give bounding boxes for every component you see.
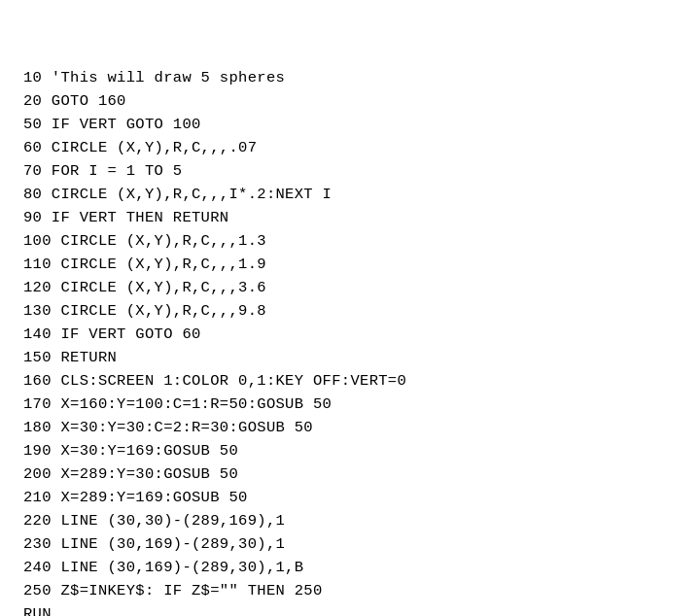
code-line: 150 RETURN xyxy=(23,346,677,369)
code-line: 170 X=160:Y=100:C=1:R=50:GOSUB 50 xyxy=(23,393,677,416)
code-line: 160 CLS:SCREEN 1:COLOR 0,1:KEY OFF:VERT=… xyxy=(23,369,677,393)
code-line: 210 X=289:Y=169:GOSUB 50 xyxy=(23,486,677,509)
code-line: 140 IF VERT GOTO 60 xyxy=(23,323,677,346)
code-line: 130 CIRCLE (X,Y),R,C,,,9.8 xyxy=(23,299,677,323)
code-listing: 10 'This will draw 5 spheres20 GOTO 1605… xyxy=(23,19,677,616)
code-line: 220 LINE (30,30)-(289,169),1 xyxy=(23,509,677,532)
code-line: 100 CIRCLE (X,Y),R,C,,,1.3 xyxy=(23,229,677,253)
code-line: 60 CIRCLE (X,Y),R,C,,,.07 xyxy=(23,136,677,159)
code-screen: 10 'This will draw 5 spheres20 GOTO 1605… xyxy=(0,0,700,616)
code-line: 10 'This will draw 5 spheres xyxy=(23,66,677,89)
code-line: 250 Z$=INKEY$: IF Z$="" THEN 250 xyxy=(23,579,677,602)
code-line: 80 CIRCLE (X,Y),R,C,,,I*.2:NEXT I xyxy=(23,183,677,206)
code-line: 70 FOR I = 1 TO 5 xyxy=(23,159,677,183)
code-line: 230 LINE (30,169)-(289,30),1 xyxy=(23,532,677,556)
code-line: 120 CIRCLE (X,Y),R,C,,,3.6 xyxy=(23,276,677,299)
code-line: 200 X=289:Y=30:GOSUB 50 xyxy=(23,462,677,486)
code-line: 240 LINE (30,169)-(289,30),1,B xyxy=(23,556,677,579)
code-line: 180 X=30:Y=30:C=2:R=30:GOSUB 50 xyxy=(23,416,677,439)
code-line: 190 X=30:Y=169:GOSUB 50 xyxy=(23,439,677,462)
code-line: 90 IF VERT THEN RETURN xyxy=(23,206,677,229)
code-line: RUN xyxy=(23,602,677,616)
code-line: 20 GOTO 160 xyxy=(23,89,677,113)
code-line: 50 IF VERT GOTO 100 xyxy=(23,113,677,136)
code-line: 110 CIRCLE (X,Y),R,C,,,1.9 xyxy=(23,253,677,276)
